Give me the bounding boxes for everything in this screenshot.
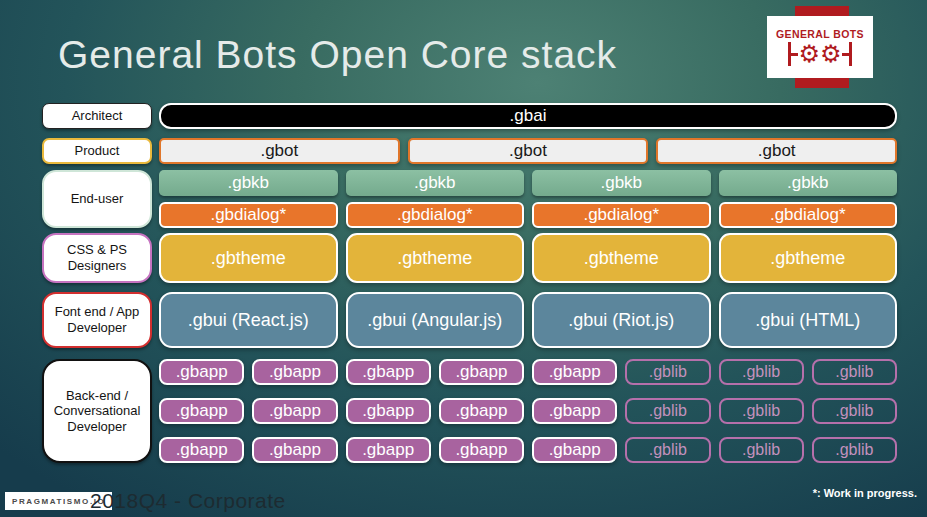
- gbdialog-box: .gbdialog*: [719, 202, 898, 228]
- gbtheme-box: .gbtheme: [159, 233, 338, 283]
- gbui-angular-box: .gbui (Angular.js): [346, 292, 525, 348]
- gblib-box: .gblib: [625, 398, 710, 424]
- gears-icon: ⚙⚙: [788, 42, 851, 66]
- gbot-box: .gbot: [159, 138, 400, 164]
- gbapp-box: .gbapp: [159, 398, 244, 424]
- gbdialog-box: .gbdialog*: [159, 202, 338, 228]
- label-frontend-app-developer-text: Font end / App Developer: [44, 304, 150, 335]
- gbtheme-box: .gbtheme: [719, 233, 898, 283]
- gbapp-box: .gbapp: [532, 359, 617, 385]
- row-gbapp-gblib-3: .gbapp .gbapp .gbapp .gbapp .gbapp .gbli…: [159, 437, 897, 463]
- row-gbkb: .gbkb .gbkb .gbkb .gbkb: [159, 170, 897, 196]
- label-product: Product: [42, 138, 152, 164]
- label-css-ps-designers: CSS & PS Designers: [42, 233, 152, 283]
- label-css-ps-designers-text: CSS & PS Designers: [44, 242, 150, 273]
- gbapp-box: .gbapp: [252, 398, 337, 424]
- label-frontend-app-developer: Font end / App Developer: [42, 292, 152, 348]
- row-gbot: .gbot .gbot .gbot: [159, 138, 897, 164]
- general-bots-logo: GENERAL BOTS ⚙⚙: [767, 16, 873, 78]
- gblib-box: .gblib: [719, 359, 804, 385]
- label-product-text: Product: [75, 143, 120, 159]
- gbapp-box: .gbapp: [252, 437, 337, 463]
- slide: General Bots Open Core stack GENERAL BOT…: [0, 0, 927, 517]
- gbot-box: .gbot: [408, 138, 649, 164]
- gbui-react-box: .gbui (React.js): [159, 292, 338, 348]
- gbapp-box: .gbapp: [346, 398, 431, 424]
- gbui-html-box: .gbui (HTML): [719, 292, 898, 348]
- gbapp-box: .gbapp: [439, 359, 524, 385]
- gblib-box: .gblib: [625, 437, 710, 463]
- gbapp-box: .gbapp: [346, 359, 431, 385]
- gbapp-box: .gbapp: [532, 398, 617, 424]
- gbdialog-box: .gbdialog*: [346, 202, 525, 228]
- gblib-box: .gblib: [812, 398, 897, 424]
- row-gbapp-gblib-2: .gbapp .gbapp .gbapp .gbapp .gbapp .gbli…: [159, 398, 897, 424]
- gbkb-box: .gbkb: [346, 170, 525, 196]
- row-gbdialog: .gbdialog* .gbdialog* .gbdialog* .gbdial…: [159, 202, 897, 228]
- gblib-box: .gblib: [812, 437, 897, 463]
- logo-text: GENERAL BOTS: [776, 28, 864, 40]
- gblib-box: .gblib: [719, 398, 804, 424]
- gbapp-box: .gbapp: [159, 437, 244, 463]
- gbdialog-box: .gbdialog*: [532, 202, 711, 228]
- gbui-riot-box: .gbui (Riot.js): [532, 292, 711, 348]
- gbkb-box: .gbkb: [159, 170, 338, 196]
- label-end-user: End-user: [42, 170, 152, 228]
- gbkb-box: .gbkb: [532, 170, 711, 196]
- row-gbui: .gbui (React.js) .gbui (Angular.js) .gbu…: [159, 292, 897, 348]
- page-title: General Bots Open Core stack: [58, 33, 617, 77]
- gblib-box: .gblib: [812, 359, 897, 385]
- row-gbtheme: .gbtheme .gbtheme .gbtheme .gbtheme: [159, 233, 897, 283]
- gbapp-box: .gbapp: [439, 437, 524, 463]
- gbtheme-box: .gbtheme: [346, 233, 525, 283]
- label-architect-text: Architect: [72, 108, 123, 124]
- gblib-box: .gblib: [625, 359, 710, 385]
- gbot-box: .gbot: [656, 138, 897, 164]
- label-backend-conversational-developer: Back-end / Conversational Developer: [42, 359, 152, 463]
- gbkb-box: .gbkb: [719, 170, 898, 196]
- label-architect: Architect: [42, 103, 152, 129]
- gbapp-box: .gbapp: [159, 359, 244, 385]
- gbapp-box: .gbapp: [439, 398, 524, 424]
- row-gbai: .gbai: [159, 103, 897, 129]
- label-end-user-text: End-user: [71, 191, 124, 207]
- gbai-box: .gbai: [159, 103, 897, 129]
- gbapp-box: .gbapp: [252, 359, 337, 385]
- label-backend-conversational-developer-text: Back-end / Conversational Developer: [50, 388, 144, 435]
- gblib-box: .gblib: [719, 437, 804, 463]
- gbapp-box: .gbapp: [346, 437, 431, 463]
- gbapp-box: .gbapp: [532, 437, 617, 463]
- row-gbapp-gblib-1: .gbapp .gbapp .gbapp .gbapp .gbapp .gbli…: [159, 359, 897, 385]
- work-in-progress-note: *: Work in progress.: [813, 487, 917, 499]
- gbtheme-box: .gbtheme: [532, 233, 711, 283]
- slide-caption: 2018Q4 - Corporate: [90, 489, 286, 513]
